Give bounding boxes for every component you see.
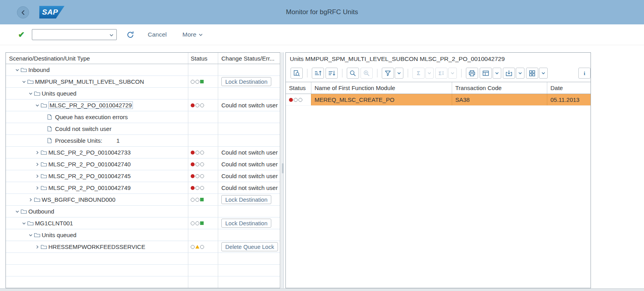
toolbar-separator bbox=[408, 69, 408, 77]
tree-row[interactable]: MLSC_PR_2_PO_0010042745Could not switch … bbox=[6, 170, 280, 182]
export-button[interactable] bbox=[503, 68, 515, 79]
print-icon bbox=[468, 70, 476, 77]
tree-node-label[interactable]: Could not switch user bbox=[55, 125, 111, 132]
tree-row[interactable]: Inbound bbox=[6, 64, 280, 76]
find-button[interactable] bbox=[347, 68, 359, 79]
status-icon bbox=[200, 80, 204, 83]
layout-dropdown-button[interactable] bbox=[539, 68, 548, 79]
find-next-button bbox=[361, 68, 373, 79]
tree-node-label[interactable]: MLSC_PR_2_PO_0010042729 bbox=[48, 101, 133, 109]
status-icon bbox=[191, 80, 195, 84]
back-button[interactable] bbox=[17, 6, 29, 18]
tree-node-label[interactable]: Queue has execution errors bbox=[55, 114, 128, 120]
tree-node-label[interactable]: Inbound bbox=[28, 66, 50, 73]
tree-node-label[interactable]: MMPUR_SPM_MULTI_LEVEL_SUBCON bbox=[35, 78, 144, 85]
sort-descending-button[interactable] bbox=[326, 68, 338, 79]
lock-destination-button[interactable]: Lock Destination bbox=[221, 77, 271, 86]
ok-check-icon[interactable]: ✔ bbox=[18, 30, 25, 39]
units-table-row[interactable]: MEREQ_MLSC_CREATE_POSA3805.11.2013 bbox=[286, 94, 591, 106]
tree-node-label[interactable]: WS_BGRFC_INBOUND000 bbox=[42, 196, 116, 203]
date-cell[interactable]: 05.11.2013 bbox=[547, 94, 591, 105]
tree-row[interactable]: MMPUR_SPM_MULTI_LEVEL_SUBCONLock Destina… bbox=[6, 76, 280, 88]
status-cell bbox=[188, 253, 218, 264]
chevron-right-icon[interactable] bbox=[34, 162, 40, 167]
tree-node-label[interactable]: MLSC_PR_2_PO_0010042733 bbox=[48, 149, 131, 156]
page-title: Monitor for bgRFC Units bbox=[0, 0, 644, 24]
chevron-right-icon[interactable] bbox=[34, 174, 40, 179]
column-header-transaction-code[interactable]: Transaction Code bbox=[452, 82, 547, 94]
chevron-down-icon[interactable] bbox=[14, 68, 20, 72]
status-icon bbox=[200, 162, 204, 166]
chevron-down-icon[interactable] bbox=[109, 32, 114, 39]
tree-indent bbox=[9, 164, 34, 164]
transaction-code-cell[interactable]: SA38 bbox=[452, 94, 547, 105]
filter-dropdown-button[interactable] bbox=[395, 68, 403, 79]
tree-row[interactable]: MG1CLNT001Lock Destination bbox=[6, 217, 280, 229]
views-button[interactable] bbox=[480, 68, 492, 79]
command-field[interactable] bbox=[32, 29, 117, 40]
chevron-left-icon bbox=[20, 10, 26, 15]
tree-indent bbox=[9, 223, 20, 223]
folder-icon bbox=[34, 91, 42, 96]
delete-queue-lock-button[interactable]: Delete Queue Lock bbox=[221, 242, 278, 251]
tree-row[interactable]: MLSC_PR_2_PO_0010042740Could not switch … bbox=[6, 158, 280, 170]
column-header-status[interactable]: Status bbox=[286, 82, 311, 94]
command-input[interactable] bbox=[35, 30, 107, 39]
tree-row[interactable]: Queue has execution errors bbox=[6, 111, 280, 123]
tree-row[interactable]: MLSC_PR_2_PO_0010042733Could not switch … bbox=[6, 147, 280, 158]
tree-node-label[interactable]: Processible Units: bbox=[55, 137, 102, 144]
tree-node-label[interactable]: Units queued bbox=[42, 90, 76, 97]
details-button[interactable] bbox=[291, 68, 303, 79]
splitter-grip-icon[interactable] bbox=[282, 163, 283, 173]
column-header-date[interactable]: Date bbox=[547, 82, 591, 94]
tree-cell: Outbound bbox=[6, 208, 188, 215]
refresh-button[interactable] bbox=[126, 31, 134, 39]
tree-node-label[interactable]: MG1CLNT001 bbox=[35, 220, 73, 227]
chevron-right-icon[interactable] bbox=[34, 186, 40, 190]
lock-destination-button[interactable]: Lock Destination bbox=[221, 195, 271, 204]
tree-indent bbox=[9, 70, 14, 70]
chevron-right-icon[interactable] bbox=[34, 245, 40, 249]
chevron-down-icon[interactable] bbox=[14, 209, 20, 214]
tree-row[interactable]: HRESSEMPWORKFEEDSSERVICEDelete Queue Loc… bbox=[6, 241, 280, 253]
function-module-cell[interactable]: MEREQ_MLSC_CREATE_PO bbox=[311, 94, 452, 105]
tree-node-label[interactable]: MLSC_PR_2_PO_0010042740 bbox=[48, 161, 131, 168]
tree-node-label[interactable]: HRESSEMPWORKFEEDSSERVICE bbox=[48, 243, 145, 250]
filter-button[interactable] bbox=[382, 68, 394, 79]
tree-node-label[interactable]: MLSC_PR_2_PO_0010042749 bbox=[48, 184, 131, 191]
info-button[interactable]: i bbox=[578, 68, 591, 79]
tree-node-label[interactable]: Units queued bbox=[42, 232, 76, 238]
empty-row bbox=[6, 265, 280, 276]
layout-button[interactable] bbox=[526, 68, 538, 79]
export-dropdown-button[interactable] bbox=[516, 68, 524, 79]
views-dropdown-button[interactable] bbox=[493, 68, 501, 79]
chevron-right-icon[interactable] bbox=[34, 150, 40, 155]
tree-node-label[interactable]: Outbound bbox=[28, 208, 54, 215]
tree-cell: Queue has execution errors bbox=[6, 114, 188, 120]
print-button[interactable] bbox=[466, 68, 478, 79]
chevron-down-icon[interactable] bbox=[27, 233, 34, 238]
chevron-down-icon[interactable] bbox=[20, 221, 27, 226]
sort-ascending-button[interactable] bbox=[312, 68, 324, 79]
cancel-button[interactable]: Cancel bbox=[145, 31, 169, 39]
tree-row[interactable]: MLSC_PR_2_PO_0010042749Could not switch … bbox=[6, 182, 280, 194]
tree-row[interactable]: WS_BGRFC_INBOUND000Lock Destination bbox=[6, 194, 280, 206]
tree-row[interactable]: Units queued bbox=[6, 88, 280, 99]
chevron-down-icon[interactable] bbox=[27, 91, 34, 96]
change-status-text: Could not switch user bbox=[221, 102, 278, 109]
chevron-down-icon[interactable] bbox=[20, 79, 27, 84]
empty-row bbox=[6, 253, 280, 265]
tree-row[interactable]: MLSC_PR_2_PO_0010042729Could not switch … bbox=[6, 99, 280, 111]
chevron-right-icon[interactable] bbox=[27, 197, 34, 202]
tree-row[interactable]: Could not switch user bbox=[6, 123, 280, 135]
change-status-text: Could not switch user bbox=[221, 184, 278, 191]
column-header-function-module[interactable]: Name of First Function Module bbox=[311, 82, 452, 94]
lock-destination-button[interactable]: Lock Destination bbox=[221, 219, 271, 228]
tree-row[interactable]: Outbound bbox=[6, 206, 280, 217]
tree-row[interactable]: Processible Units:1 bbox=[6, 135, 280, 147]
panel-splitter[interactable] bbox=[282, 52, 284, 288]
tree-row[interactable]: Units queued bbox=[6, 229, 280, 241]
chevron-down-icon[interactable] bbox=[34, 103, 40, 108]
more-button[interactable]: More bbox=[180, 31, 206, 39]
tree-node-label[interactable]: MLSC_PR_2_PO_0010042745 bbox=[48, 173, 131, 179]
